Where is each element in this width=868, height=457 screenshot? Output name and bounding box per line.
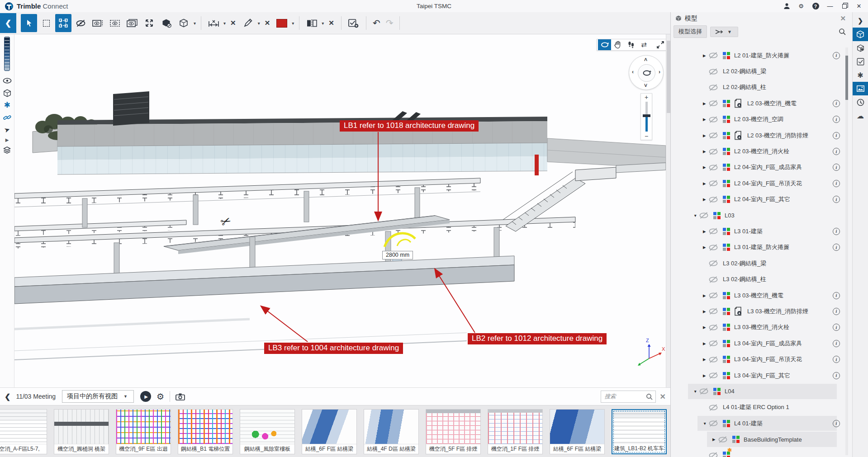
model-tree-row[interactable]: ▶ ✱ L3 01-建築 i [671, 223, 852, 239]
markup-pen-button[interactable] [240, 14, 256, 32]
expand-arrow-icon[interactable]: ▶ [703, 373, 708, 378]
settings-star-icon[interactable]: ✱ [0, 99, 14, 111]
visibility-eye-slash-icon[interactable] [708, 84, 719, 91]
visibility-eye-slash-icon[interactable] [708, 52, 719, 59]
redo-icon[interactable]: ↷ [383, 18, 396, 28]
help-icon[interactable]: ? [812, 3, 819, 10]
info-icon[interactable]: i [833, 244, 840, 251]
minimize-icon[interactable]: — [826, 3, 834, 10]
zoom-in-button[interactable]: + [645, 94, 648, 101]
visibility-eye-slash-icon[interactable] [708, 340, 719, 347]
view-layers-button[interactable] [124, 14, 140, 32]
info-icon[interactable]: i [833, 148, 840, 155]
expand-arrow-icon[interactable]: ▶ [703, 101, 708, 106]
model-tree-row[interactable]: ▶ ✱ L2 01-建築_防火捲簾 i [671, 47, 852, 63]
expand-arrow-icon[interactable]: ▶ [703, 357, 708, 362]
model-tree-row[interactable]: ▶ ✱ L2 03-機空消_機電 i [671, 95, 852, 111]
info-icon[interactable]: i [833, 132, 840, 139]
back-button[interactable]: ❮ [0, 13, 16, 33]
scrollbar-thumb[interactable] [667, 41, 670, 113]
section-close-icon[interactable]: ✕ [325, 19, 337, 27]
view-thumbnail[interactable]: 結構_4F D區 結構梁 [364, 409, 419, 454]
collapse-panel-chevron[interactable]: ❯ [858, 14, 863, 28]
visibility-eye-slash-icon[interactable] [699, 388, 710, 395]
expand-arrow-icon[interactable]: ▶ [703, 341, 708, 346]
isolate-view-button[interactable] [107, 14, 123, 32]
fullscreen-button[interactable] [654, 39, 666, 50]
visibility-eye-slash-icon[interactable] [708, 404, 719, 411]
visibility-eye-slash-icon[interactable] [699, 212, 710, 219]
model-tree-row[interactable]: ▶ ✱ L2 03-機空消_消火栓 i [671, 143, 852, 159]
info-icon[interactable]: i [833, 292, 840, 299]
select-tool-button[interactable] [21, 14, 37, 32]
panel-close-icon[interactable]: ✕ [840, 14, 846, 23]
view-thumbnail[interactable]: 機空消_9F E區 出迴 [116, 409, 171, 454]
model-tree-row[interactable]: ▶ ✱ L3 03-機空消_消火栓 i [671, 320, 852, 335]
user-icon[interactable] [783, 3, 790, 10]
views-panel-icon[interactable] [853, 82, 868, 95]
info-icon[interactable]: i [833, 340, 840, 347]
view-thumbnail[interactable]: 空消_A-F區L5-7, [0, 409, 47, 454]
visibility-eye-slash-icon[interactable] [708, 324, 719, 331]
restore-icon[interactable] [841, 3, 848, 10]
annotation-lb1[interactable]: LB1 refer to 1018 architecture drawing [340, 120, 479, 132]
zoom-handle[interactable] [643, 114, 650, 117]
info-icon[interactable]: i [833, 324, 840, 331]
model-tree-row[interactable]: ▼ ✱ L4 01-建築 i [671, 415, 852, 431]
zoom-out-button[interactable]: − [645, 132, 648, 140]
visibility-eye-icon[interactable] [0, 75, 14, 87]
grouping-dropdown-button[interactable]: ▼ [710, 27, 738, 37]
show-in-view-button[interactable] [90, 14, 106, 32]
model-tree-row[interactable]: ▶ ✱ L2 03-機空消_空調 i [671, 112, 852, 127]
visibility-eye-slash-icon[interactable] [708, 132, 719, 139]
pan-tool-button[interactable] [611, 39, 624, 50]
visibility-eye-slash-icon[interactable] [708, 308, 719, 315]
section-dropdown-caret[interactable]: ▾ [320, 21, 325, 26]
model-tree-row[interactable]: ▶ ✱ L3 04-室內_F區_吊頂天花 i [671, 351, 852, 367]
meeting-label[interactable]: 11/03 Meeting [16, 393, 56, 400]
view-thumbnail[interactable]: 結構_6F F區 結構梁 [302, 409, 357, 454]
views-dropdown[interactable]: 项目中的所有视图▼ [62, 390, 134, 403]
zoom-track[interactable] [645, 102, 648, 132]
view-thumbnail[interactable]: 結構_6F F區 結構梁 [550, 409, 605, 454]
measure-dropdown-caret[interactable]: ▾ [222, 21, 227, 26]
info-icon[interactable]: i [833, 420, 840, 427]
tree-search-icon[interactable] [839, 28, 846, 35]
visibility-eye-slash-icon[interactable] [708, 196, 719, 203]
history-panel-icon[interactable] [853, 95, 868, 109]
model-tree-row[interactable]: ✱ L4 01-建築 ERC Option 1 i [671, 400, 852, 415]
visibility-eye-slash-icon[interactable] [708, 260, 719, 267]
expand-arrow-icon[interactable]: ▼ [693, 213, 699, 218]
model-tree-row[interactable]: ▶ ✱ L3 04-室內_F區_成品家具 i [671, 335, 852, 351]
orbit-wheel[interactable]: ˄ ˅ ‹ › [629, 55, 664, 90]
views-settings-icon[interactable]: ⚙ [157, 391, 164, 402]
todo-panel-icon[interactable] [853, 55, 868, 68]
annotation-lb2[interactable]: LB2 refer to 1012 architecture drawing [468, 333, 607, 344]
model-tree-row[interactable]: ✱ i [671, 448, 852, 457]
rotate-down-arrow[interactable]: ˅ [644, 82, 647, 89]
expand-arrow-icon[interactable]: ▶ [712, 437, 718, 442]
pen-close-icon[interactable]: ✕ [261, 19, 274, 27]
markup-todo-button[interactable] [346, 14, 362, 32]
zoom-slider[interactable]: + − [640, 93, 652, 140]
expand-arrow-icon[interactable]: ▶ [703, 245, 708, 250]
visibility-eye-slash-icon[interactable] [708, 228, 719, 235]
info-icon[interactable]: i [833, 196, 840, 203]
info-icon[interactable]: i [833, 180, 840, 187]
close-icon[interactable]: ✕ [855, 3, 863, 10]
model-tree-row[interactable]: ▶ ✱ BaseBuildingTemplate i [671, 431, 852, 447]
tree-scrollbar[interactable] [845, 47, 848, 455]
play-views-button[interactable]: ▶ [140, 391, 151, 402]
settings-panel-icon[interactable]: ✱ [853, 68, 868, 82]
info-icon[interactable]: i [833, 164, 840, 171]
settings-gear-icon[interactable]: ⚙ [797, 3, 805, 10]
visibility-eye-slash-icon[interactable] [708, 276, 719, 283]
view-thumbnail[interactable]: 機空消_1F F區 排煙 [488, 409, 543, 454]
model-tree-row[interactable]: ▼ ✱ L03 i [671, 207, 852, 223]
expand-arrow-icon[interactable]: ▶ [703, 149, 708, 154]
expand-arrow-icon[interactable]: ▼ [693, 389, 699, 394]
markup-color-button[interactable] [274, 14, 290, 32]
expand-arrow-icon[interactable]: ▼ [703, 421, 708, 426]
pen-dropdown-caret[interactable]: ▾ [256, 21, 261, 26]
model-viewport[interactable]: ✂ Z X LB1 refer to 1018 architecture dra… [14, 34, 666, 387]
